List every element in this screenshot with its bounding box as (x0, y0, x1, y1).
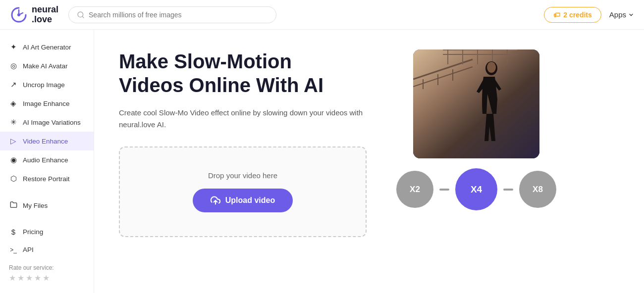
svg-line-2 (82, 16, 84, 18)
header: neural .love 🏷 2 credits Apps (0, 0, 644, 30)
search-icon (77, 11, 85, 19)
svg-point-18 (487, 62, 496, 73)
sidebar-item-make-ai-avatar[interactable]: ◎ Make AI Avatar (0, 56, 94, 75)
sidebar-label-api: API (23, 246, 34, 253)
star-2[interactable]: ★ (17, 273, 24, 283)
svg-point-0 (17, 13, 20, 16)
star-3[interactable]: ★ (26, 273, 33, 283)
sidebar-item-restore-portrait[interactable]: ⬡ Restore Portrait (0, 169, 94, 188)
ai-art-generator-icon: ✦ (9, 43, 18, 51)
upload-button-label: Upload video (225, 196, 275, 205)
sidebar-item-video-enhance[interactable]: ▷ Video Enhance (0, 132, 94, 150)
speed-controls: X2 X4 X8 (396, 168, 556, 210)
audio-enhance-icon: ◉ (9, 155, 18, 164)
rate-label: Rate our service: (9, 264, 85, 271)
speed-x2-label: X2 (410, 185, 420, 195)
header-right: 🏷 2 credits Apps (544, 7, 634, 23)
sidebar-label-image-enhance: Image Enhance (23, 100, 70, 107)
credits-label: 2 credits (563, 11, 592, 19)
sidebar-item-pricing[interactable]: $ Pricing (0, 223, 94, 241)
uncrop-image-icon: ↗ (9, 80, 18, 89)
search-input[interactable] (89, 11, 268, 19)
svg-rect-4 (413, 49, 539, 158)
logo-line1: neural (32, 5, 58, 15)
sidebar-item-image-enhance[interactable]: ◈ Image Enhance (0, 94, 94, 113)
image-enhance-icon: ◈ (9, 99, 18, 108)
ai-image-variations-icon: ✳ (9, 118, 18, 127)
speed-x4-label: X4 (471, 184, 482, 195)
restore-portrait-icon: ⬡ (9, 174, 18, 183)
credits-button[interactable]: 🏷 2 credits (544, 7, 601, 23)
sidebar-item-audio-enhance[interactable]: ◉ Audio Enhance (0, 150, 94, 169)
search-bar[interactable] (68, 6, 276, 23)
sidebar-label-pricing: Pricing (23, 228, 43, 236)
page-title: Make Slow-MotionVideos Online With AI (119, 49, 367, 97)
video-enhance-icon: ▷ (9, 137, 18, 146)
apps-button[interactable]: Apps (609, 10, 634, 19)
rate-section: Rate our service: ★ ★ ★ ★ ★ (0, 258, 94, 289)
credits-icon: 🏷 (553, 11, 560, 19)
content-area: Make Slow-MotionVideos Online With AI Cr… (94, 30, 644, 293)
content-right: X2 X4 X8 (396, 49, 556, 273)
star-4[interactable]: ★ (34, 273, 41, 283)
connector-left (439, 189, 449, 191)
speed-x4-button[interactable]: X4 (455, 168, 497, 210)
sidebar-label-ai-image-variations: AI Image Variations (23, 119, 81, 126)
sidebar-label-audio-enhance: Audio Enhance (23, 156, 68, 164)
speed-x8-button[interactable]: X8 (519, 171, 556, 208)
video-preview (413, 49, 539, 158)
chevron-down-icon (628, 12, 634, 18)
sidebar-label-video-enhance: Video Enhance (23, 138, 68, 145)
sidebar-item-ai-art-generator[interactable]: ✦ AI Art Generator (0, 38, 94, 56)
preview-image (413, 49, 539, 158)
preview-illustration (413, 49, 539, 158)
logo[interactable]: neural .love (10, 5, 58, 25)
logo-icon (10, 6, 28, 24)
api-icon: >_ (9, 246, 18, 253)
sidebar-label-restore-portrait: Restore Portrait (23, 175, 70, 183)
page-description: Create cool Slow-Mo Video effect online … (119, 107, 367, 131)
sidebar-label-uncrop-image: Uncrop Image (23, 81, 65, 89)
apps-label: Apps (609, 10, 626, 19)
main-layout: ✦ AI Art Generator ◎ Make AI Avatar ↗ Un… (0, 30, 644, 293)
sidebar: ✦ AI Art Generator ◎ Make AI Avatar ↗ Un… (0, 30, 94, 293)
logo-line2: .love (32, 15, 58, 25)
speed-x2-button[interactable]: X2 (396, 171, 433, 208)
sidebar-label-ai-art-generator: AI Art Generator (23, 44, 71, 51)
sidebar-label-make-ai-avatar: Make AI Avatar (23, 62, 68, 70)
upload-area[interactable]: Drop your video here Upload video (119, 146, 367, 237)
content-left: Make Slow-MotionVideos Online With AI Cr… (119, 49, 367, 273)
pricing-icon: $ (9, 228, 18, 236)
upload-button[interactable]: Upload video (193, 189, 293, 212)
upload-drop-text: Drop your video here (208, 171, 277, 180)
star-5[interactable]: ★ (43, 273, 50, 283)
speed-x8-label: X8 (533, 185, 543, 195)
sidebar-item-my-files[interactable]: My Files (0, 196, 94, 215)
star-rating[interactable]: ★ ★ ★ ★ ★ (9, 273, 85, 283)
connector-right (503, 189, 513, 191)
upload-icon (211, 195, 220, 205)
my-files-icon (9, 201, 18, 210)
sidebar-item-uncrop-image[interactable]: ↗ Uncrop Image (0, 75, 94, 94)
sidebar-item-ai-image-variations[interactable]: ✳ AI Image Variations (0, 113, 94, 132)
sidebar-item-api[interactable]: >_ API (0, 241, 94, 258)
make-ai-avatar-icon: ◎ (9, 61, 18, 70)
star-1[interactable]: ★ (9, 273, 16, 283)
sidebar-label-my-files: My Files (23, 202, 48, 209)
